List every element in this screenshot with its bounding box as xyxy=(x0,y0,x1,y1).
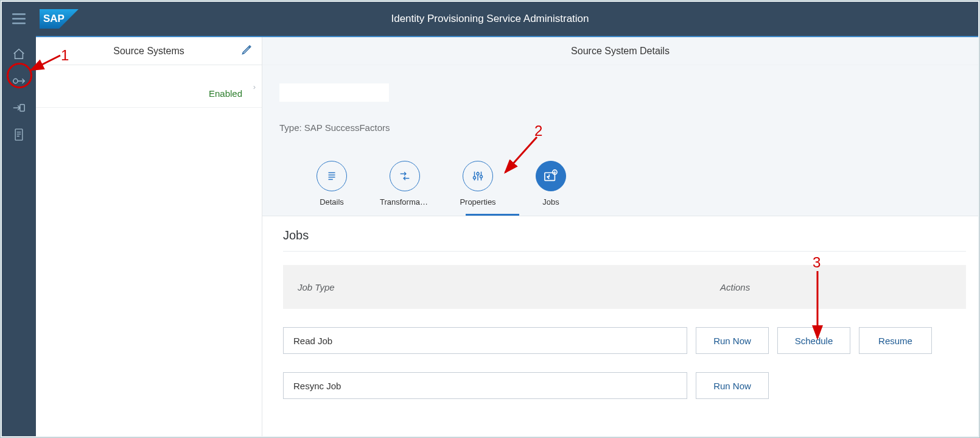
job-name: Resync Job xyxy=(283,372,687,399)
transformation-icon xyxy=(390,161,420,191)
tab-label: Jobs xyxy=(542,197,559,207)
nav-target-systems-icon[interactable] xyxy=(2,94,36,121)
system-status-label: Enabled xyxy=(209,88,242,99)
details-title: Source System Details xyxy=(262,37,978,65)
jobs-section: Jobs Job Type Actions Read Job Run Now S… xyxy=(262,216,978,436)
jobs-table-header: Job Type Actions xyxy=(283,265,966,309)
svg-point-9 xyxy=(477,172,479,175)
nav-logs-icon[interactable] xyxy=(2,121,36,148)
tab-label: Properties xyxy=(460,197,495,207)
source-system-list-item[interactable]: Enabled › xyxy=(36,65,262,108)
properties-icon xyxy=(463,161,493,191)
active-tab-underline xyxy=(466,214,519,216)
jobs-section-title: Jobs xyxy=(283,228,966,242)
source-system-details-panel: Source System Details Type: SAP SuccessF… xyxy=(262,37,978,436)
details-icon xyxy=(317,161,347,191)
svg-point-5 xyxy=(13,79,18,83)
svg-point-8 xyxy=(473,177,475,179)
tab-label: Transformati… xyxy=(380,197,430,207)
resume-button[interactable]: Resume xyxy=(859,327,932,354)
top-header: SAP Identity Provisioning Service Admini… xyxy=(2,2,978,36)
svg-rect-2 xyxy=(12,23,26,24)
left-navigation-rail xyxy=(2,36,36,436)
hamburger-menu-icon[interactable] xyxy=(2,2,36,36)
nav-home-icon[interactable] xyxy=(2,41,36,68)
job-name: Read Job xyxy=(283,327,687,354)
svg-text:SAP: SAP xyxy=(43,13,65,24)
run-now-button[interactable]: Run Now xyxy=(696,372,769,399)
svg-rect-7 xyxy=(15,129,23,140)
tab-properties[interactable]: Properties xyxy=(456,161,500,207)
svg-rect-0 xyxy=(12,13,26,15)
edit-icon[interactable] xyxy=(241,43,253,58)
schedule-button[interactable]: Schedule xyxy=(777,327,850,354)
list-title: Source Systems xyxy=(36,37,262,65)
svg-point-10 xyxy=(480,175,482,178)
tab-label: Details xyxy=(320,197,344,207)
svg-rect-6 xyxy=(20,105,24,111)
column-header-actions: Actions xyxy=(720,282,951,292)
chevron-right-icon: › xyxy=(253,82,256,91)
svg-rect-1 xyxy=(12,18,26,19)
app-title: Identity Provisioning Service Administra… xyxy=(2,13,978,25)
sap-logo: SAP xyxy=(40,9,79,29)
source-systems-list-panel: Source Systems Enabled › xyxy=(36,37,262,436)
list-title-label: Source Systems xyxy=(113,46,184,57)
system-type-label: Type: SAP SuccessFactors xyxy=(279,122,961,133)
run-now-button[interactable]: Run Now xyxy=(696,327,769,354)
jobs-icon xyxy=(536,161,566,191)
job-row: Read Job Run Now Schedule Resume xyxy=(283,327,966,354)
tab-details[interactable]: Details xyxy=(310,161,354,207)
nav-source-systems-icon[interactable] xyxy=(2,68,36,94)
tabs: Details Transformati… xyxy=(279,133,961,207)
job-row: Resync Job Run Now xyxy=(283,372,966,399)
tab-transformation[interactable]: Transformati… xyxy=(383,161,427,207)
column-header-job-type: Job Type xyxy=(298,282,720,292)
tab-jobs[interactable]: Jobs xyxy=(529,161,573,207)
